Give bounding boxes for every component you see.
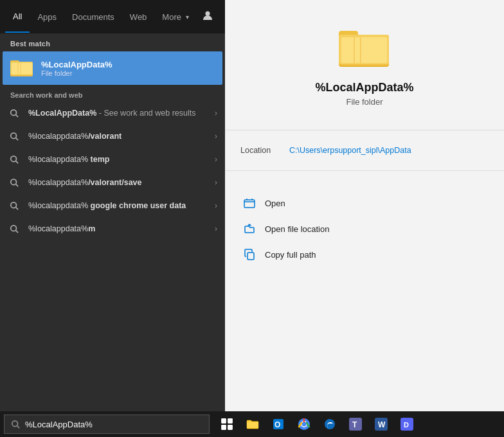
svg-text:D: D <box>404 421 409 429</box>
svg-rect-5 <box>12 63 32 75</box>
location-value[interactable]: C:\Users\erpsupport_sipl\AppData <box>289 146 411 155</box>
svg-point-18 <box>11 226 17 231</box>
search-icon-3 <box>8 176 21 189</box>
file-explorer-button[interactable] <box>240 412 265 436</box>
list-item-text-4: %localappdata% google chrome user data <box>28 201 215 211</box>
teams-button[interactable]: T <box>343 412 368 436</box>
list-item-text-2: %localappdata% temp <box>28 154 215 165</box>
copy-icon <box>243 248 256 261</box>
tab-documents[interactable]: Documents <box>64 2 122 32</box>
svg-point-16 <box>11 202 17 208</box>
search-icon-5 <box>8 222 21 235</box>
svg-text:O: O <box>274 420 280 429</box>
detail-actions: Open Open file location Copy full path <box>225 186 504 271</box>
svg-line-15 <box>16 184 19 187</box>
search-icon-4 <box>8 199 21 212</box>
tab-apps[interactable]: Apps <box>30 2 64 32</box>
list-item-arrow-0: › <box>215 109 217 118</box>
taskbar: O T <box>0 411 504 437</box>
list-item-5[interactable]: %localappdata%m › <box>0 217 225 240</box>
list-item-3[interactable]: %localappdata%/valorant/save › <box>0 171 225 194</box>
search-icon-2 <box>8 153 21 166</box>
taskbar-search-input[interactable] <box>25 420 203 429</box>
best-match-label: Best match <box>0 33 225 51</box>
svg-point-0 <box>205 12 210 16</box>
open-file-location-icon <box>243 222 256 235</box>
best-match-item[interactable]: %LocalAppData% File folder <box>3 51 222 85</box>
svg-point-8 <box>11 110 17 116</box>
list-item-2[interactable]: %localappdata% temp › <box>0 148 225 171</box>
svg-rect-24 <box>341 37 387 63</box>
open-action-button[interactable]: Open <box>240 192 489 215</box>
detail-folder-icon <box>339 26 390 71</box>
list-item-text-0: %LocalAppData% - See work and web result… <box>28 108 215 118</box>
search-icon-0 <box>8 107 21 120</box>
svg-rect-34 <box>228 425 233 430</box>
svg-rect-27 <box>244 200 255 208</box>
detail-icon-area: %LocalAppData% File folder <box>302 0 426 120</box>
search-icon-1 <box>8 130 21 143</box>
search-web-label: Search work and web <box>0 85 225 102</box>
svg-text:T: T <box>352 420 357 429</box>
edge-button[interactable] <box>318 412 342 436</box>
open-icon <box>243 197 256 210</box>
task-view-button[interactable] <box>215 412 239 436</box>
word-button[interactable]: W <box>369 412 393 436</box>
chevron-down-icon: ▾ <box>186 13 189 21</box>
svg-line-17 <box>16 208 19 210</box>
list-item-0[interactable]: %LocalAppData% - See work and web result… <box>0 102 225 125</box>
svg-text:W: W <box>378 420 386 429</box>
svg-rect-31 <box>221 418 226 424</box>
list-item-text-1: %localappdata%/valorant <box>28 131 215 141</box>
svg-line-19 <box>16 231 19 233</box>
svg-point-14 <box>11 179 17 185</box>
best-match-name: %LocalAppData% <box>41 60 113 69</box>
detail-divider <box>225 130 504 130</box>
copy-full-path-button[interactable]: Copy full path <box>240 243 489 266</box>
tab-bar: All Apps Documents Web More ▾ ··· <box>0 0 225 33</box>
list-item-4[interactable]: %localappdata% google chrome user data › <box>0 194 225 217</box>
svg-rect-38 <box>247 422 258 428</box>
list-item-arrow-1: › <box>215 132 217 141</box>
folder-icon <box>10 57 33 80</box>
detail-divider-2 <box>225 170 504 171</box>
location-label: Location <box>240 146 279 155</box>
taskbar-search-box[interactable] <box>4 415 210 434</box>
discord-button[interactable]: D <box>395 412 419 436</box>
svg-line-30 <box>17 426 20 429</box>
list-item-arrow-4: › <box>215 201 217 210</box>
list-item-arrow-2: › <box>215 155 217 164</box>
detail-panel: %LocalAppData% File folder Location C:\U… <box>225 0 504 411</box>
chrome-button[interactable] <box>292 412 316 436</box>
svg-line-13 <box>16 161 19 164</box>
account-icon-button[interactable] <box>197 4 219 29</box>
best-match-type: File folder <box>41 69 113 77</box>
detail-subtitle: File folder <box>346 97 382 107</box>
list-item-text-3: %localappdata%/valorant/save <box>28 177 215 188</box>
svg-point-10 <box>11 133 17 139</box>
tab-web[interactable]: Web <box>122 2 155 32</box>
taskbar-search-icon <box>11 420 20 429</box>
svg-point-43 <box>302 422 307 427</box>
svg-line-9 <box>16 115 19 118</box>
list-item-arrow-5: › <box>215 224 217 233</box>
svg-rect-32 <box>228 418 233 424</box>
taskbar-items: O T <box>215 412 419 436</box>
svg-line-11 <box>16 138 19 141</box>
open-file-location-button[interactable]: Open file location <box>240 217 489 240</box>
tab-more[interactable]: More ▾ <box>154 2 197 32</box>
svg-rect-28 <box>248 253 254 260</box>
list-item-1[interactable]: %localappdata%/valorant › <box>0 125 225 148</box>
svg-point-29 <box>12 421 18 427</box>
detail-location: Location C:\Users\erpsupport_sipl\AppDat… <box>225 141 504 160</box>
search-panel: All Apps Documents Web More ▾ ··· Best m… <box>0 0 225 411</box>
tab-all[interactable]: All <box>5 1 30 33</box>
list-item-arrow-3: › <box>215 178 217 187</box>
detail-title: %LocalAppData% <box>315 81 413 94</box>
svg-rect-33 <box>221 425 226 430</box>
svg-point-12 <box>11 156 17 162</box>
outlook-button[interactable]: O <box>266 412 291 436</box>
list-item-text-5: %localappdata%m <box>28 224 215 234</box>
